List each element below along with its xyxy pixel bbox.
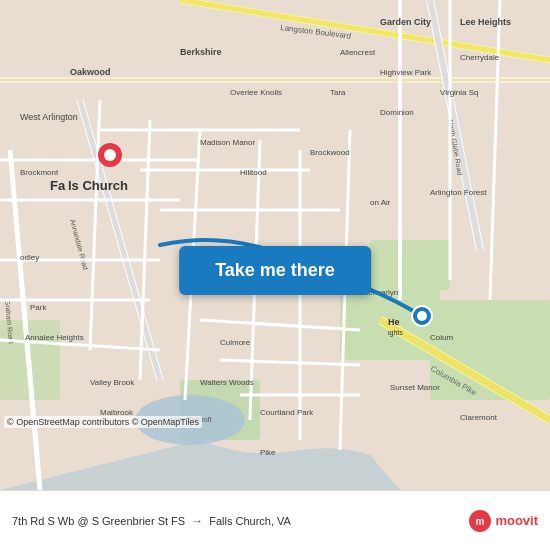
svg-text:odley: odley xyxy=(20,253,39,262)
svg-text:Berkshire: Berkshire xyxy=(180,47,222,57)
svg-text:Pike: Pike xyxy=(260,448,276,457)
svg-text:Cherrydale: Cherrydale xyxy=(460,53,500,62)
svg-text:Sunset Manor: Sunset Manor xyxy=(390,383,440,392)
svg-text:Hilltood: Hilltood xyxy=(240,168,267,177)
svg-rect-2 xyxy=(370,240,450,290)
svg-text:Garden City: Garden City xyxy=(380,17,431,27)
svg-text:on Air: on Air xyxy=(370,198,391,207)
svg-text:Culmore: Culmore xyxy=(220,338,251,347)
svg-text:Dominion: Dominion xyxy=(380,108,414,117)
route-from: 7th Rd S Wb @ S Greenbrier St FS xyxy=(12,515,185,527)
svg-text:Park: Park xyxy=(30,303,47,312)
svg-text:Oakwood: Oakwood xyxy=(70,67,111,77)
route-info: 7th Rd S Wb @ S Greenbrier St FS → Falls… xyxy=(12,514,291,528)
svg-text:Claremont: Claremont xyxy=(460,413,498,422)
svg-text:Courtland Park: Courtland Park xyxy=(260,408,314,417)
svg-text:ls Church: ls Church xyxy=(68,178,128,193)
svg-text:Valley Brook: Valley Brook xyxy=(90,378,135,387)
take-me-there-button[interactable]: Take me there xyxy=(179,246,371,295)
svg-text:Tara: Tara xyxy=(330,88,346,97)
svg-text:Allencrest: Allencrest xyxy=(340,48,376,57)
route-to: Falls Church, VA xyxy=(209,515,291,527)
bottom-bar: 7th Rd S Wb @ S Greenbrier St FS → Falls… xyxy=(0,490,550,550)
svg-text:West Arlington: West Arlington xyxy=(20,112,78,122)
svg-text:m: m xyxy=(476,516,485,527)
map-container[interactable]: Lake Barcroft Langston Boulevard North G… xyxy=(0,0,550,490)
svg-text:Brockmont: Brockmont xyxy=(20,168,59,177)
map-attribution: © OpenStreetMap contributors © OpenMapTi… xyxy=(4,416,202,428)
moovit-name: moovit xyxy=(495,513,538,528)
svg-text:Walters Woods: Walters Woods xyxy=(200,378,254,387)
svg-text:Overlee Knolls: Overlee Knolls xyxy=(230,88,282,97)
svg-text:Fa: Fa xyxy=(50,178,66,193)
svg-text:Annalee Heights: Annalee Heights xyxy=(25,333,84,342)
svg-text:Colum: Colum xyxy=(430,333,453,342)
svg-text:Virginia Sq: Virginia Sq xyxy=(440,88,479,97)
svg-text:Highview Park: Highview Park xyxy=(380,68,432,77)
route-arrow: → xyxy=(191,514,203,528)
svg-text:Arlington Forest: Arlington Forest xyxy=(430,188,487,197)
svg-text:He: He xyxy=(388,317,400,327)
svg-text:Madison Manor: Madison Manor xyxy=(200,138,255,147)
moovit-branding: m moovit xyxy=(469,510,538,532)
svg-point-73 xyxy=(104,149,116,161)
svg-text:Brockwood: Brockwood xyxy=(310,148,350,157)
svg-point-75 xyxy=(417,311,427,321)
svg-text:Lee Heights: Lee Heights xyxy=(460,17,511,27)
svg-text:ights: ights xyxy=(388,329,403,337)
moovit-logo-icon: m xyxy=(469,510,491,532)
